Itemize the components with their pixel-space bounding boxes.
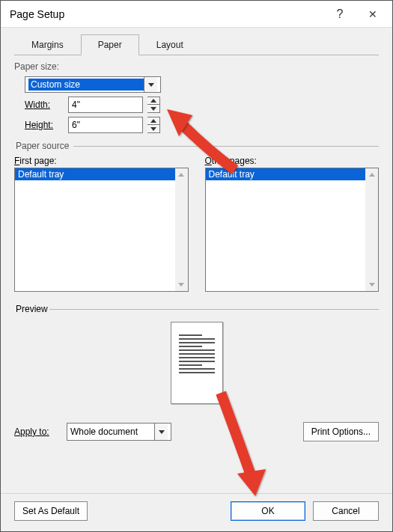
titlebar: Page Setup ? ✕ xyxy=(1,1,392,28)
ok-button[interactable]: OK xyxy=(231,501,305,521)
apply-to-label: Apply to: xyxy=(14,426,61,437)
paper-source-legend: Paper source xyxy=(14,141,73,151)
set-as-default-button[interactable]: Set As Default xyxy=(14,501,88,521)
paper-size-label: Paper size: xyxy=(14,61,379,72)
paper-size-selected: Custom size xyxy=(28,79,144,91)
other-pages-listbox[interactable]: Default tray xyxy=(205,168,380,292)
help-icon: ? xyxy=(337,7,344,21)
apply-to-combo[interactable]: Whole document xyxy=(67,423,171,441)
apply-to-selected: Whole document xyxy=(70,426,154,437)
tab-margins[interactable]: Margins xyxy=(14,34,81,55)
list-item[interactable]: Default tray xyxy=(15,168,188,180)
height-spin-down[interactable] xyxy=(147,125,159,132)
paper-size-combo[interactable]: Custom size xyxy=(25,76,161,93)
page-setup-dialog: Page Setup ? ✕ Margins Paper Layout Pape… xyxy=(0,0,393,532)
width-spin-down[interactable] xyxy=(147,105,159,112)
other-pages-label: Other pages: xyxy=(205,156,380,166)
width-input[interactable]: 4" xyxy=(68,97,143,113)
tab-strip: Margins Paper Layout xyxy=(14,34,379,55)
list-item[interactable]: Default tray xyxy=(206,168,379,180)
scrollbar xyxy=(175,168,188,291)
scrollbar xyxy=(365,168,378,291)
preview-legend: Preview xyxy=(14,304,49,314)
scroll-up-icon[interactable] xyxy=(365,168,378,181)
scroll-up-icon[interactable] xyxy=(175,168,188,181)
width-spinner xyxy=(147,97,160,113)
chevron-down-icon xyxy=(144,77,157,92)
preview-group: Preview xyxy=(14,304,379,404)
width-spin-up[interactable] xyxy=(147,97,159,105)
height-input[interactable]: 6" xyxy=(68,117,143,133)
preview-page xyxy=(171,322,223,404)
tab-paper[interactable]: Paper xyxy=(81,34,139,55)
first-page-label: First page: xyxy=(14,156,189,166)
width-label: Width: xyxy=(25,100,64,110)
first-page-listbox[interactable]: Default tray xyxy=(14,168,189,292)
paper-source-group: Paper source First page: Default tray Ot… xyxy=(14,141,379,292)
print-options-button[interactable]: Print Options... xyxy=(303,422,379,441)
height-label: Height: xyxy=(25,120,64,130)
scroll-down-icon[interactable] xyxy=(175,278,188,291)
height-spinner xyxy=(147,117,160,133)
chevron-down-icon xyxy=(154,424,168,440)
cancel-button[interactable]: Cancel xyxy=(313,501,379,521)
close-button[interactable]: ✕ xyxy=(356,3,389,25)
tab-layout[interactable]: Layout xyxy=(139,34,201,55)
scroll-down-icon[interactable] xyxy=(365,278,378,291)
dialog-title: Page Setup xyxy=(10,8,323,20)
help-button[interactable]: ? xyxy=(323,3,356,25)
close-icon: ✕ xyxy=(368,8,377,20)
dialog-footer: Set As Default OK Cancel xyxy=(1,493,392,531)
height-spin-up[interactable] xyxy=(147,117,159,125)
